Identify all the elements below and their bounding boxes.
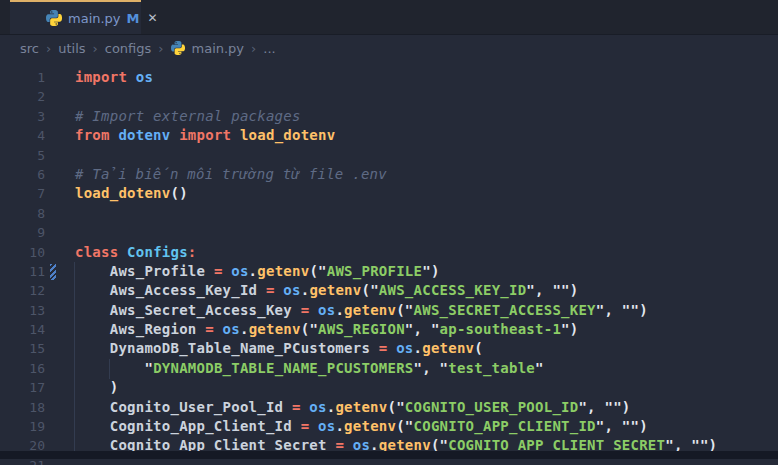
- code-line[interactable]: 16 "DYNAMODB_TABLE_NAME_PCUSTOMERS", "te…: [0, 359, 778, 378]
- code-text: Cognito_User_Pool_Id = os.getenv("COGNIT…: [75, 398, 631, 417]
- line-number: 16: [0, 359, 45, 378]
- line-number: 11: [0, 262, 45, 281]
- code-line[interactable]: 6# Tải biến môi trường từ file .env: [0, 165, 778, 184]
- code-line[interactable]: 1import os: [0, 68, 778, 87]
- code-line[interactable]: 9: [0, 223, 778, 242]
- line-number: 2: [0, 87, 45, 106]
- code-text: # Tải biến môi trường từ file .env: [75, 165, 387, 184]
- code-line[interactable]: 2: [0, 87, 778, 106]
- line-number: 6: [0, 165, 45, 184]
- line-number: 1: [0, 68, 45, 87]
- breadcrumb-item-configs[interactable]: configs: [105, 41, 152, 56]
- code-text: Aws_Secret_Access_Key = os.getenv("AWS_S…: [75, 301, 648, 320]
- code-lines: 1import os23# Import external packages4f…: [0, 68, 778, 465]
- line-number: 7: [0, 184, 45, 203]
- python-icon: [171, 41, 185, 55]
- breadcrumb-item-symbol[interactable]: ...: [263, 41, 275, 56]
- indent-guide: [74, 262, 75, 456]
- code-line[interactable]: 14 Aws_Region = os.getenv("AWS_REGION", …: [0, 320, 778, 339]
- line-number: 9: [0, 223, 45, 242]
- indent-guide: [109, 359, 110, 379]
- line-number: 5: [0, 146, 45, 165]
- line-number: 4: [0, 126, 45, 145]
- code-line[interactable]: 18 Cognito_User_Pool_Id = os.getenv("COG…: [0, 398, 778, 417]
- code-line[interactable]: 8: [0, 204, 778, 223]
- line-number: 21: [0, 456, 45, 465]
- breadcrumb-item-utils[interactable]: utils: [58, 41, 85, 56]
- tab-main-py[interactable]: main.py M ✕: [10, 0, 141, 34]
- code-text: Aws_Profile = os.getenv("AWS_PROFILE"): [75, 262, 440, 281]
- code-text: class Configs:: [75, 243, 197, 262]
- code-line[interactable]: 21: [0, 456, 778, 465]
- line-number: 14: [0, 320, 45, 339]
- code-line[interactable]: 19 Cognito_App_Client_Id = os.getenv("CO…: [0, 417, 778, 436]
- breadcrumb-item-file[interactable]: main.py: [192, 41, 245, 56]
- line-number: 10: [0, 243, 45, 262]
- code-line[interactable]: 13 Aws_Secret_Access_Key = os.getenv("AW…: [0, 301, 778, 320]
- code-text: Cognito_App_Client_Secret = os.getenv("C…: [75, 436, 717, 455]
- line-number: 8: [0, 204, 45, 223]
- code-line[interactable]: 11 Aws_Profile = os.getenv("AWS_PROFILE"…: [0, 262, 778, 281]
- breadcrumb-item-src[interactable]: src: [20, 41, 39, 56]
- code-text: # Import external packages: [75, 107, 301, 126]
- breadcrumb: src › utils › configs › main.py › ...: [0, 35, 778, 61]
- tab-close-icon[interactable]: ✕: [148, 11, 158, 25]
- chevron-right-icon: ›: [251, 41, 256, 56]
- line-number: 17: [0, 378, 45, 397]
- line-number: 13: [0, 301, 45, 320]
- line-number: 3: [0, 107, 45, 126]
- chevron-right-icon: ›: [158, 41, 163, 56]
- line-number: 18: [0, 398, 45, 417]
- code-text: DynamoDB_Table_Name_PCustomers = os.gete…: [75, 339, 483, 358]
- code-line[interactable]: 17 ): [0, 378, 778, 397]
- code-text: ): [75, 378, 118, 397]
- code-text: Aws_Region = os.getenv("AWS_REGION", "ap…: [75, 320, 578, 339]
- code-line[interactable]: 3# Import external packages: [0, 107, 778, 126]
- tab-modified-badge: M: [127, 11, 140, 26]
- code-text: from dotenv import load_dotenv: [75, 126, 335, 145]
- line-number: 12: [0, 281, 45, 300]
- code-line[interactable]: 12 Aws_Access_Key_Id = os.getenv("AWS_AC…: [0, 281, 778, 300]
- code-text: Cognito_App_Client_Id = os.getenv("COGNI…: [75, 417, 648, 436]
- code-text: import os: [75, 68, 153, 87]
- line-number: 19: [0, 417, 45, 436]
- tab-bar: main.py M ✕: [0, 0, 778, 35]
- code-line[interactable]: 20 Cognito_App_Client_Secret = os.getenv…: [0, 436, 778, 455]
- code-line[interactable]: 7load_dotenv(): [0, 184, 778, 203]
- gutter-modified-indicator: [50, 264, 56, 280]
- python-icon: [46, 10, 62, 26]
- code-text: Aws_Access_Key_Id = os.getenv("AWS_ACCES…: [75, 281, 578, 300]
- line-number: 15: [0, 339, 45, 358]
- code-line[interactable]: 4from dotenv import load_dotenv: [0, 126, 778, 145]
- tab-title: main.py: [68, 11, 121, 26]
- code-editor[interactable]: 1import os23# Import external packages4f…: [0, 61, 778, 465]
- line-number: 20: [0, 436, 45, 455]
- code-text: "DYNAMODB_TABLE_NAME_PCUSTOMERS", "test_…: [75, 359, 544, 378]
- chevron-right-icon: ›: [93, 41, 98, 56]
- code-line[interactable]: 5: [0, 146, 778, 165]
- code-text: load_dotenv(): [75, 184, 188, 203]
- chevron-right-icon: ›: [46, 41, 51, 56]
- code-line[interactable]: 15 DynamoDB_Table_Name_PCustomers = os.g…: [0, 339, 778, 358]
- code-line[interactable]: 10class Configs:: [0, 243, 778, 262]
